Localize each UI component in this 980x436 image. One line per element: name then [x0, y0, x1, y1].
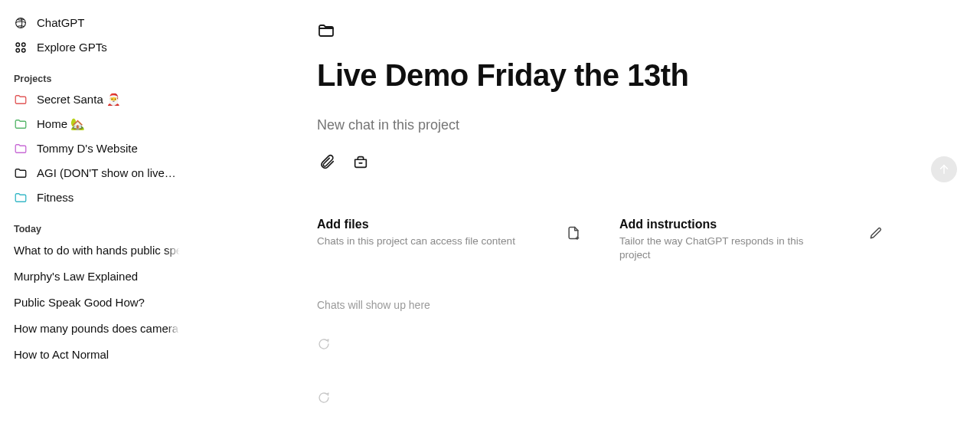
folder-icon	[317, 29, 335, 42]
projects-section-title: Projects	[9, 60, 185, 87]
svg-point-2	[22, 43, 26, 47]
compose-area	[317, 114, 884, 173]
add-instructions-card[interactable]: Add instructions Tailor the way ChatGPT …	[619, 218, 884, 262]
project-folder-icon-button[interactable]	[317, 21, 884, 43]
project-item-label: Fitness	[37, 190, 74, 205]
chat-history-label: Murphy's Law Explained	[14, 270, 138, 283]
folder-icon	[14, 93, 28, 107]
project-item-1[interactable]: Home 🏡	[9, 112, 185, 136]
main: Live Demo Friday the 13th Add files	[194, 0, 980, 436]
empty-chats-label: Chats will show up here	[317, 299, 884, 311]
project-item-0[interactable]: Secret Santa 🎅	[9, 87, 185, 112]
chat-bubble-icon	[317, 340, 331, 353]
chat-history-label: Public Speak Good How?	[14, 296, 145, 309]
today-section-title: Today	[9, 210, 185, 238]
project-item-4[interactable]: Fitness	[9, 185, 185, 210]
add-files-title: Add files	[317, 218, 581, 231]
chat-history-item[interactable]: Public Speak Good How?	[9, 290, 185, 316]
svg-point-3	[16, 49, 20, 53]
add-instructions-subtitle: Tailor the way ChatGPT responds in this …	[619, 234, 818, 262]
chat-history-item[interactable]: What to do with hands public speaking	[9, 238, 185, 264]
folder-icon	[14, 166, 28, 180]
new-chat-input[interactable]	[317, 114, 884, 136]
explore-icon	[14, 41, 28, 54]
nav-chatgpt[interactable]: ChatGPT	[9, 11, 185, 35]
empty-chat-placeholder	[317, 391, 884, 408]
attach-button[interactable]	[317, 153, 337, 173]
chatgpt-logo-icon	[14, 16, 28, 30]
nav-chatgpt-label: ChatGPT	[37, 15, 85, 31]
folder-icon	[14, 117, 28, 131]
svg-point-4	[22, 49, 26, 53]
chat-history-label: How many pounds does camera add	[14, 322, 185, 335]
project-item-label: Tommy D's Website	[37, 141, 138, 156]
add-file-icon	[566, 225, 581, 244]
send-button[interactable]	[931, 156, 957, 182]
project-item-label: Home 🏡	[37, 116, 85, 132]
nav-explore-label: Explore GPTs	[37, 40, 107, 55]
sidebar: ChatGPT Explore GPTs Projects Secret San…	[0, 0, 194, 436]
chat-history-item[interactable]: Murphy's Law Explained	[9, 264, 185, 290]
add-files-subtitle: Chats in this project can access file co…	[317, 234, 516, 248]
project-item-2[interactable]: Tommy D's Website	[9, 136, 185, 161]
chat-history-item[interactable]: How many pounds does camera add	[9, 316, 185, 342]
folder-icon	[14, 191, 28, 205]
chat-history-label: How to Act Normal	[14, 348, 109, 361]
project-title: Live Demo Friday the 13th	[317, 58, 884, 93]
folder-icon	[14, 142, 28, 156]
nav-explore-gpts[interactable]: Explore GPTs	[9, 35, 185, 60]
pencil-icon	[868, 225, 884, 244]
toolbox-icon	[352, 153, 369, 173]
add-instructions-title: Add instructions	[619, 218, 884, 231]
chat-history-label: What to do with hands public speaking	[14, 244, 185, 257]
chat-history-item[interactable]: How to Act Normal	[9, 342, 185, 368]
project-item-3[interactable]: AGI (DON'T show on live…	[9, 161, 185, 185]
paperclip-icon	[318, 153, 335, 173]
project-item-label: Secret Santa 🎅	[37, 92, 121, 107]
add-files-card[interactable]: Add files Chats in this project can acce…	[317, 218, 581, 262]
svg-point-1	[16, 43, 20, 47]
empty-chat-placeholder	[317, 337, 884, 354]
tools-button[interactable]	[351, 153, 371, 173]
project-item-label: AGI (DON'T show on live…	[37, 166, 176, 181]
chat-bubble-icon	[317, 394, 331, 407]
